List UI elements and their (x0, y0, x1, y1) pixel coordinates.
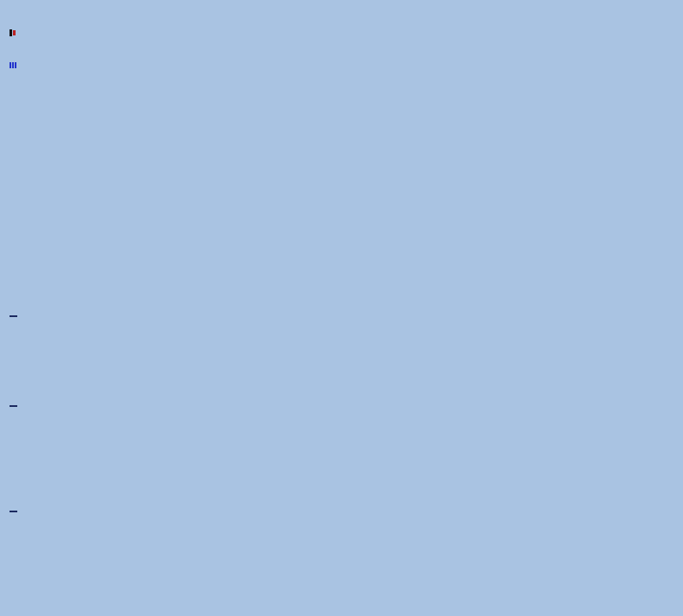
bb21-legend-row (10, 38, 19, 47)
series-legend-row (10, 29, 19, 37)
bb55-legend-row (10, 54, 19, 63)
ohlc-row (635, 13, 680, 22)
bb21-swatch (10, 40, 17, 41)
stoch1-legend (10, 313, 22, 321)
k-line-swatch (10, 315, 17, 317)
volume-bars-icon (10, 62, 17, 68)
stoch2-legend (10, 403, 22, 411)
bb34-legend-row (10, 46, 19, 54)
k-line-swatch (10, 405, 17, 407)
bb55-swatch (10, 56, 17, 58)
main-chart-legend (10, 29, 19, 71)
k-line-swatch (10, 511, 17, 512)
candlestick-icon (13, 30, 16, 35)
candlestick-icon (10, 29, 12, 36)
stoch3-legend (10, 508, 22, 517)
chart-canvas (0, 0, 683, 616)
stockcharts-page (0, 0, 683, 616)
bb34-swatch (10, 48, 17, 49)
volume-legend-row (10, 62, 19, 71)
